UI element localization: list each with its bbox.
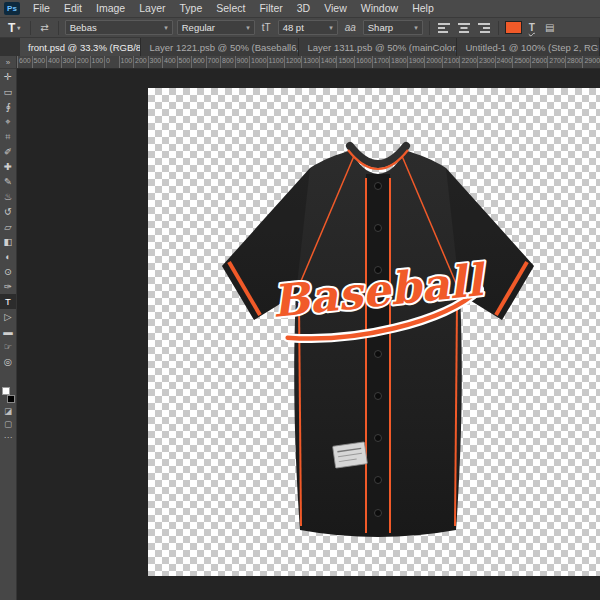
ruler-label: 400	[162, 56, 177, 68]
anti-alias-select[interactable]: Sharp ▾	[363, 20, 423, 35]
ruler-label: 300	[61, 56, 76, 68]
menu-item-file[interactable]: File	[26, 0, 57, 17]
toolbar-spacer	[0, 369, 16, 383]
lasso-tool[interactable]: ∮	[0, 99, 16, 114]
align-left-icon[interactable]	[436, 20, 452, 35]
healing-brush-tool[interactable]: ✚	[0, 159, 16, 174]
type-tool-options-bar: T ▾ ⇄ Bebas ▾ Regular ▾ tT 48 pt ▾ aa Sh…	[0, 18, 600, 38]
menu-item-view[interactable]: View	[317, 0, 354, 17]
marquee-tool[interactable]: ▭	[0, 84, 16, 99]
tool-preset-picker[interactable]: T ▾	[4, 21, 24, 35]
ruler-label: 1900	[407, 56, 425, 68]
zoom-tool[interactable]: ◎	[0, 354, 16, 369]
ruler-label: 2800	[565, 56, 583, 68]
pen-tool[interactable]: ✑	[0, 279, 16, 294]
ruler-label: 1700	[372, 56, 390, 68]
ruler-label: 900	[235, 56, 250, 68]
anti-alias-value: Sharp	[368, 22, 393, 33]
menu-bar: Ps File Edit Image Layer Type Select Fil…	[0, 0, 600, 18]
tab-layer-1311[interactable]: Layer 1311.psb @ 50% (mainColor, RG... ×	[299, 38, 457, 56]
eyedropper-tool[interactable]: ✐	[0, 144, 16, 159]
tab-untitled-1[interactable]: Untitled-1 @ 100% (Step 2, RGB/... ×	[457, 38, 600, 56]
divider	[429, 21, 430, 35]
chevron-down-icon: ▾	[329, 24, 333, 32]
jersey-size-tag	[333, 442, 368, 468]
ruler-label: 1600	[354, 56, 372, 68]
main-area: » ✛▭∮⌖⌗✐✚✎♨↺▱◧◐⊙✑T▷▬☞◎ ◪ ▢ ⋯ 60050040030…	[0, 56, 600, 600]
ruler-label: 2100	[442, 56, 460, 68]
background-color-swatch[interactable]	[7, 395, 15, 403]
ruler-label: 100	[119, 56, 134, 68]
ruler-label: 2400	[495, 56, 513, 68]
tab-label: Layer 1221.psb @ 50% (Baseball6, RG...	[149, 42, 299, 53]
document-area: 6005004003002001000100200300400500600700…	[17, 56, 600, 600]
ruler-label: 100	[90, 56, 105, 68]
font-family-select[interactable]: Bebas ▾	[65, 20, 173, 35]
align-right-icon[interactable]	[476, 20, 492, 35]
type-tool[interactable]: T	[0, 294, 16, 309]
eraser-tool[interactable]: ▱	[0, 219, 16, 234]
ruler-label: 700	[206, 56, 221, 68]
photoshop-logo: Ps	[4, 2, 20, 15]
gradient-tool[interactable]: ◧	[0, 234, 16, 249]
toolbar-collapse-icon[interactable]: »	[0, 56, 16, 69]
quick-selection-tool[interactable]: ⌖	[0, 114, 16, 129]
align-center-icon[interactable]	[456, 20, 472, 35]
tools-panel: » ✛▭∮⌖⌗✐✚✎♨↺▱◧◐⊙✑T▷▬☞◎ ◪ ▢ ⋯	[0, 56, 17, 600]
document-tab-bar: front.psd @ 33.3% (RGB/8) * × Layer 1221…	[0, 38, 600, 56]
foreground-background-swatches[interactable]	[1, 387, 16, 403]
edit-toolbar-icon[interactable]: ⋯	[0, 431, 16, 444]
tab-layer-1221[interactable]: Layer 1221.psb @ 50% (Baseball6, RG... ×	[141, 38, 299, 56]
ruler-label: 600	[191, 56, 206, 68]
ruler-label: 1100	[267, 56, 284, 68]
horizontal-ruler[interactable]: 6005004003002001000100200300400500600700…	[17, 56, 600, 69]
ruler-label: 1000	[249, 56, 267, 68]
menu-item-edit[interactable]: Edit	[57, 0, 89, 17]
ruler-label: 200	[75, 56, 90, 68]
font-style-value: Regular	[182, 22, 215, 33]
warp-text-icon[interactable]: T	[526, 22, 538, 33]
ruler-label: 1200	[284, 56, 302, 68]
align-left-glyph	[438, 23, 450, 33]
font-style-select[interactable]: Regular ▾	[177, 20, 255, 35]
path-selection-tool[interactable]: ▷	[0, 309, 16, 324]
divider	[58, 21, 59, 35]
menu-item-layer[interactable]: Layer	[132, 0, 172, 17]
quick-mask-icon[interactable]: ◪	[0, 405, 16, 418]
ruler-label: 1500	[336, 56, 354, 68]
ruler-label: 2900	[582, 56, 600, 68]
hand-tool[interactable]: ☞	[0, 339, 16, 354]
menu-item-3d[interactable]: 3D	[290, 0, 317, 17]
align-center-glyph	[458, 23, 470, 33]
history-brush-tool[interactable]: ↺	[0, 204, 16, 219]
menu-item-help[interactable]: Help	[405, 0, 441, 17]
ruler-label: 2000	[424, 56, 442, 68]
font-family-value: Bebas	[70, 22, 97, 33]
menu-item-filter[interactable]: Filter	[252, 0, 289, 17]
crop-tool[interactable]: ⌗	[0, 129, 16, 144]
chevron-down-icon: ▾	[164, 24, 168, 32]
brush-tool[interactable]: ✎	[0, 174, 16, 189]
shape-tool[interactable]: ▬	[0, 324, 16, 339]
menu-item-select[interactable]: Select	[209, 0, 252, 17]
font-size-select[interactable]: 48 pt ▾	[278, 20, 338, 35]
divider	[498, 21, 499, 35]
jersey-artwork[interactable]: Baseball	[188, 138, 568, 558]
divider	[30, 21, 31, 35]
canvas-pasteboard[interactable]: Baseball	[17, 69, 600, 600]
menu-item-type[interactable]: Type	[172, 0, 209, 17]
transparent-canvas[interactable]: Baseball	[148, 88, 600, 576]
foreground-color-swatch[interactable]	[2, 387, 10, 395]
clone-stamp-tool[interactable]: ♨	[0, 189, 16, 204]
menu-item-image[interactable]: Image	[89, 0, 132, 17]
toggle-panels-icon[interactable]: ▤	[542, 22, 557, 33]
move-tool[interactable]: ✛	[0, 69, 16, 84]
text-orientation-icon[interactable]: ⇄	[37, 22, 51, 33]
tab-front-psd[interactable]: front.psd @ 33.3% (RGB/8) * ×	[20, 38, 141, 56]
screen-mode-icon[interactable]: ▢	[0, 418, 16, 431]
blur-tool[interactable]: ◐	[0, 249, 16, 264]
ruler-label: 2300	[477, 56, 495, 68]
menu-item-window[interactable]: Window	[354, 0, 405, 17]
text-color-swatch[interactable]	[505, 21, 522, 34]
dodge-tool[interactable]: ⊙	[0, 264, 16, 279]
